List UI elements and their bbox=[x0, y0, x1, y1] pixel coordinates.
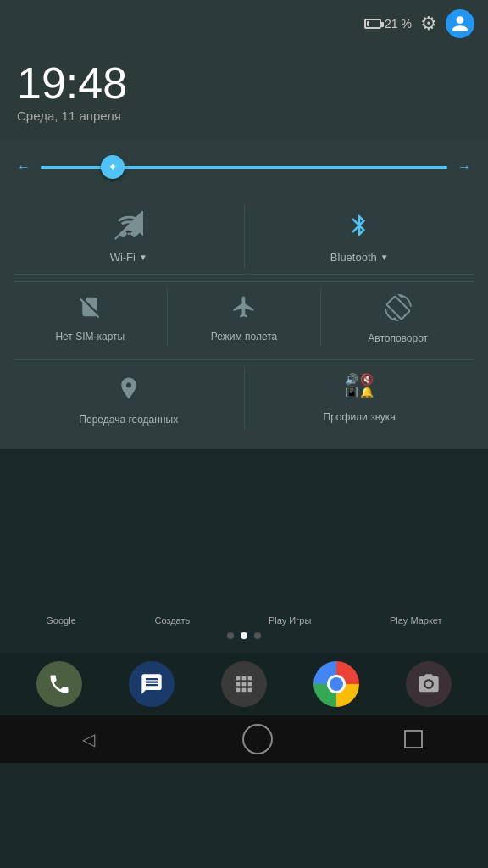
sound-icon: 🔊 🔇 📳 🔔 bbox=[345, 374, 374, 404]
brightness-right-arrow: → bbox=[458, 159, 471, 175]
nav-bar: ◁ bbox=[0, 715, 488, 763]
tile-sim[interactable]: Нет SIM-карты bbox=[14, 282, 167, 353]
bluetooth-label: Bluetooth ▼ bbox=[330, 251, 389, 264]
chrome-inner-circle bbox=[327, 675, 346, 693]
dock-messages[interactable] bbox=[129, 661, 175, 707]
tile-bluetooth[interactable]: Bluetooth ▼ bbox=[245, 198, 475, 275]
battery-percent: 21 % bbox=[385, 17, 412, 31]
back-button[interactable]: ◁ bbox=[65, 722, 112, 756]
quick-settings-panel: ← ✦ → Wi-Fi ▼ bbox=[0, 140, 488, 449]
date-label: Среда, 11 апреля bbox=[17, 108, 471, 123]
location-label: Передача геоданных bbox=[79, 414, 178, 426]
app-shortcuts-row: Google Создать Play Игры Play Маркет bbox=[0, 615, 488, 626]
dock bbox=[0, 653, 488, 715]
shortcut-play-games: Play Игры bbox=[269, 615, 311, 626]
tiles-row-1: Wi-Fi ▼ Bluetooth ▼ bbox=[14, 198, 474, 275]
dot-2 bbox=[241, 632, 247, 639]
status-bar: 21 % ⚙ bbox=[0, 0, 488, 47]
time-section: 19:48 Среда, 11 апреля bbox=[0, 47, 488, 140]
autorotate-label: Автоповорот bbox=[368, 332, 428, 344]
bluetooth-icon bbox=[347, 211, 372, 244]
tile-wifi[interactable]: Wi-Fi ▼ bbox=[14, 198, 244, 275]
page-dots bbox=[0, 632, 488, 639]
bluetooth-chevron: ▼ bbox=[380, 253, 389, 262]
sound-label: Профили звука bbox=[324, 411, 396, 423]
battery-indicator: 21 % bbox=[364, 17, 412, 31]
tiles-row-2: Нет SIM-карты Режим полета Автоповорот bbox=[14, 281, 474, 353]
location-icon bbox=[116, 374, 141, 407]
battery-icon bbox=[364, 19, 381, 29]
clock-time: 19:48 bbox=[17, 61, 471, 105]
dock-chrome[interactable] bbox=[313, 661, 359, 707]
sim-off-icon bbox=[77, 294, 103, 324]
shortcut-google: Google bbox=[46, 615, 75, 626]
tile-autorotate[interactable]: Автоповорот bbox=[321, 282, 474, 353]
dock-phone[interactable] bbox=[36, 661, 82, 707]
tile-airplane[interactable]: Режим полета bbox=[168, 282, 321, 353]
shortcut-create: Создать bbox=[154, 615, 190, 626]
brightness-thumb[interactable]: ✦ bbox=[101, 155, 125, 179]
home-area: Google Создать Play Игры Play Маркет bbox=[0, 449, 488, 653]
brightness-left-arrow: ← bbox=[17, 159, 30, 175]
home-button[interactable] bbox=[242, 724, 273, 754]
tile-sound[interactable]: 🔊 🔇 📳 🔔 Профили звука bbox=[245, 360, 475, 436]
brightness-row: ← ✦ → bbox=[14, 157, 474, 177]
tiles-row-3: Передача геоданных 🔊 🔇 📳 🔔 Профили звука bbox=[14, 359, 474, 436]
user-avatar[interactable] bbox=[446, 9, 474, 38]
recents-button[interactable] bbox=[404, 730, 423, 748]
autorotate-icon bbox=[385, 294, 412, 326]
tile-location[interactable]: Передача геоданных bbox=[14, 360, 244, 436]
wifi-label: Wi-Fi ▼ bbox=[110, 251, 147, 264]
dot-1 bbox=[227, 632, 234, 639]
dot-3 bbox=[254, 632, 261, 639]
chrome-icon bbox=[313, 661, 359, 707]
airplane-label: Режим полета bbox=[211, 331, 278, 342]
sim-label: Нет SIM-карты bbox=[55, 331, 125, 342]
airplane-icon bbox=[231, 294, 257, 324]
wifi-chevron: ▼ bbox=[139, 253, 147, 262]
wifi-off-icon bbox=[114, 211, 143, 244]
brightness-slider[interactable]: ✦ bbox=[41, 157, 447, 177]
shortcut-play-market: Play Маркет bbox=[390, 615, 442, 626]
dock-apps[interactable] bbox=[221, 661, 267, 707]
settings-icon[interactable]: ⚙ bbox=[420, 13, 437, 35]
dock-camera[interactable] bbox=[406, 661, 452, 707]
